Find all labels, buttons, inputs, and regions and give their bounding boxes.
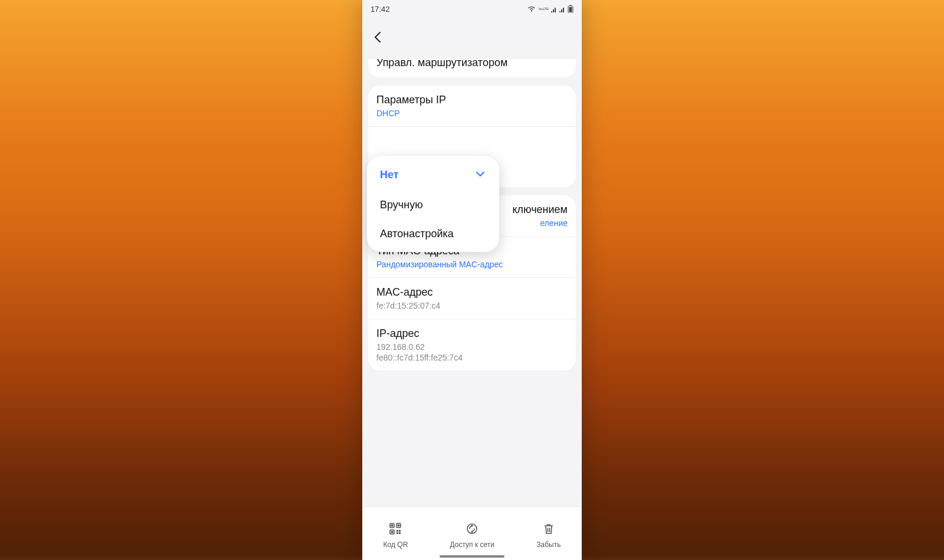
share-button[interactable]: Доступ к сети	[450, 522, 494, 549]
trash-icon	[542, 522, 555, 537]
volte-icon: VoLTE	[538, 7, 549, 11]
dropdown-option-auto-label: Автонастройка	[380, 228, 454, 240]
svg-rect-10	[399, 530, 401, 532]
svg-rect-2	[570, 5, 572, 6]
qr-label: Код QR	[384, 541, 408, 549]
dropdown-option-manual-label: Вручную	[380, 199, 423, 211]
phone-frame: 17:42 VoLTE Управл. маршрутиз	[362, 0, 582, 560]
dropdown-option-none-label: Нет	[380, 169, 399, 181]
proxy-dropdown-menu: Нет Вручную Автонастройка	[367, 156, 499, 252]
svg-rect-9	[396, 530, 398, 532]
svg-rect-12	[399, 532, 401, 534]
settings-content: Управл. маршрутизатором Параметры IP DHC…	[362, 59, 582, 510]
ip-params-value: DHCP	[376, 109, 568, 118]
header	[362, 18, 582, 59]
status-time: 17:42	[371, 5, 390, 14]
svg-rect-1	[569, 7, 572, 12]
check-icon	[474, 168, 486, 182]
ip-params-title: Параметры IP	[376, 94, 568, 106]
mac-address-title: MAC-адрес	[376, 286, 568, 299]
qr-button[interactable]: Код QR	[384, 522, 408, 549]
dropdown-option-auto[interactable]: Автонастройка	[367, 220, 499, 248]
share-icon	[466, 522, 478, 537]
ip-address-value-2: fe80::fc7d:15ff:fe25:7c4	[376, 353, 568, 362]
home-indicator[interactable]	[440, 555, 504, 558]
wifi-icon	[527, 5, 536, 12]
dropdown-option-manual[interactable]: Вручную	[367, 191, 499, 220]
forget-button[interactable]: Забыть	[536, 522, 560, 549]
status-icons: VoLTE	[527, 5, 573, 13]
signal-icon-2	[559, 5, 565, 12]
back-icon[interactable]	[372, 31, 385, 46]
card-router: Управл. маршрутизатором	[368, 59, 576, 77]
status-bar: 17:42 VoLTE	[362, 0, 582, 18]
ip-address-value-1: 192.168.0.62	[376, 342, 568, 352]
router-management-label: Управл. маршрутизатором	[376, 59, 568, 69]
qr-icon	[389, 522, 402, 537]
row-mac-address: MAC-адрес fe:7d:15:25:07:c4	[368, 277, 576, 319]
forget-label: Забыть	[536, 541, 560, 549]
signal-icon	[551, 5, 557, 12]
svg-rect-6	[398, 525, 399, 526]
bottom-action-bar: Код QR Доступ к сети Забыть	[362, 507, 582, 560]
mac-address-value: fe:7d:15:25:07:c4	[376, 301, 568, 310]
share-label: Доступ к сети	[450, 541, 494, 549]
svg-rect-4	[392, 525, 393, 526]
svg-rect-8	[392, 531, 393, 532]
row-ip-params[interactable]: Параметры IP DHCP	[368, 86, 576, 126]
row-router-management[interactable]: Управл. маршрутизатором	[368, 59, 576, 77]
row-ip-address: IP-адрес 192.168.0.62 fe80::fc7d:15ff:fe…	[368, 319, 576, 371]
mac-type-value: Рандомизированный MAC-адрес	[376, 260, 568, 269]
dropdown-option-none[interactable]: Нет	[367, 159, 499, 191]
svg-rect-11	[396, 532, 398, 534]
battery-icon	[568, 5, 573, 13]
ip-address-title: IP-адрес	[376, 328, 568, 340]
